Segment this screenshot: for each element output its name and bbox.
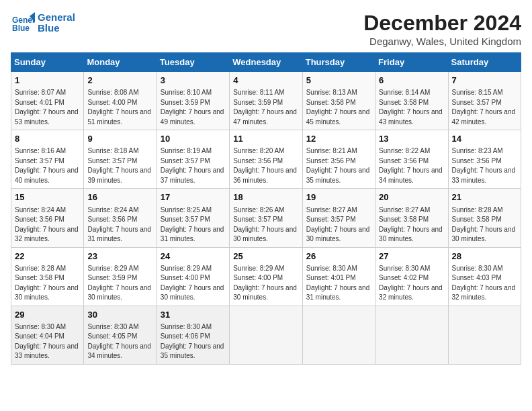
calendar-cell — [302, 306, 375, 364]
cell-info: Sunrise: 8:19 AM Sunset: 3:57 PM Dayligh… — [161, 146, 226, 185]
cell-info: Sunrise: 8:28 AM Sunset: 3:58 PM Dayligh… — [452, 205, 517, 244]
calendar-week-3: 15 Sunrise: 8:24 AM Sunset: 3:56 PM Dayl… — [11, 189, 521, 247]
day-number: 22 — [15, 250, 80, 263]
calendar-cell: 21 Sunrise: 8:28 AM Sunset: 3:58 PM Dayl… — [448, 189, 521, 247]
calendar-cell: 31 Sunrise: 8:30 AM Sunset: 4:06 PM Dayl… — [157, 306, 229, 364]
calendar-cell: 27 Sunrise: 8:30 AM Sunset: 4:02 PM Dayl… — [375, 247, 448, 306]
cell-info: Sunrise: 8:07 AM Sunset: 4:01 PM Dayligh… — [15, 88, 80, 127]
day-number: 19 — [306, 191, 371, 203]
cell-info: Sunrise: 8:08 AM Sunset: 4:00 PM Dayligh… — [87, 88, 152, 127]
page-subtitle: Deganwy, Wales, United Kingdom — [363, 36, 521, 47]
day-number: 28 — [452, 250, 517, 263]
cell-info: Sunrise: 8:23 AM Sunset: 3:56 PM Dayligh… — [452, 146, 517, 185]
day-number: 18 — [233, 191, 298, 203]
cell-info: Sunrise: 8:30 AM Sunset: 4:06 PM Dayligh… — [161, 322, 226, 361]
day-number: 21 — [452, 191, 517, 203]
calendar-cell — [448, 306, 521, 364]
cell-info: Sunrise: 8:15 AM Sunset: 3:57 PM Dayligh… — [452, 88, 517, 127]
cell-info: Sunrise: 8:30 AM Sunset: 4:03 PM Dayligh… — [452, 264, 517, 303]
logo-icon: General Blue — [11, 11, 35, 35]
calendar-cell: 4 Sunrise: 8:11 AM Sunset: 3:59 PM Dayli… — [230, 72, 302, 130]
cell-info: Sunrise: 8:30 AM Sunset: 4:02 PM Dayligh… — [379, 264, 444, 303]
title-block: December 2024 Deganwy, Wales, United Kin… — [363, 11, 521, 47]
calendar-cell: 18 Sunrise: 8:26 AM Sunset: 3:57 PM Dayl… — [230, 189, 302, 247]
day-number: 31 — [161, 309, 226, 321]
calendar-cell: 2 Sunrise: 8:08 AM Sunset: 4:00 PM Dayli… — [84, 72, 157, 130]
day-number: 5 — [306, 75, 371, 87]
header-day-wednesday: Wednesday — [230, 53, 302, 72]
calendar-header-row: SundayMondayTuesdayWednesdayThursdayFrid… — [11, 53, 521, 72]
calendar-week-2: 8 Sunrise: 8:16 AM Sunset: 3:57 PM Dayli… — [11, 130, 521, 189]
day-number: 17 — [161, 191, 226, 203]
day-number: 4 — [233, 75, 298, 87]
cell-info: Sunrise: 8:29 AM Sunset: 4:00 PM Dayligh… — [233, 264, 298, 303]
header-day-tuesday: Tuesday — [157, 53, 229, 72]
calendar-cell: 16 Sunrise: 8:24 AM Sunset: 3:56 PM Dayl… — [84, 189, 157, 247]
page-title: December 2024 — [363, 11, 521, 36]
day-number: 2 — [87, 75, 152, 87]
cell-info: Sunrise: 8:30 AM Sunset: 4:04 PM Dayligh… — [15, 322, 80, 361]
day-number: 10 — [161, 133, 226, 145]
day-number: 8 — [15, 133, 80, 145]
header-day-monday: Monday — [84, 53, 157, 72]
day-number: 23 — [87, 250, 152, 263]
calendar-cell: 23 Sunrise: 8:29 AM Sunset: 3:59 PM Dayl… — [84, 247, 157, 306]
logo-text: General Blue — [38, 12, 75, 34]
header-day-sunday: Sunday — [11, 53, 84, 72]
calendar-cell: 3 Sunrise: 8:10 AM Sunset: 3:59 PM Dayli… — [157, 72, 229, 130]
calendar-cell: 7 Sunrise: 8:15 AM Sunset: 3:57 PM Dayli… — [448, 72, 521, 130]
cell-info: Sunrise: 8:27 AM Sunset: 3:58 PM Dayligh… — [379, 205, 444, 244]
calendar-cell: 28 Sunrise: 8:30 AM Sunset: 4:03 PM Dayl… — [448, 247, 521, 306]
calendar-cell: 1 Sunrise: 8:07 AM Sunset: 4:01 PM Dayli… — [11, 72, 84, 130]
cell-info: Sunrise: 8:27 AM Sunset: 3:57 PM Dayligh… — [306, 205, 371, 244]
cell-info: Sunrise: 8:29 AM Sunset: 4:00 PM Dayligh… — [161, 264, 226, 303]
calendar-cell: 17 Sunrise: 8:25 AM Sunset: 3:57 PM Dayl… — [157, 189, 229, 247]
calendar-cell: 9 Sunrise: 8:18 AM Sunset: 3:57 PM Dayli… — [84, 130, 157, 189]
cell-info: Sunrise: 8:18 AM Sunset: 3:57 PM Dayligh… — [87, 146, 152, 185]
day-number: 3 — [161, 75, 226, 87]
day-number: 6 — [379, 75, 444, 87]
cell-info: Sunrise: 8:11 AM Sunset: 3:59 PM Dayligh… — [233, 88, 298, 127]
page-header: General Blue General Blue December 2024 … — [11, 11, 521, 47]
calendar-week-5: 29 Sunrise: 8:30 AM Sunset: 4:04 PM Dayl… — [11, 306, 521, 364]
day-number: 1 — [15, 75, 80, 87]
header-day-saturday: Saturday — [448, 53, 521, 72]
day-number: 12 — [306, 133, 371, 145]
calendar-cell: 6 Sunrise: 8:14 AM Sunset: 3:58 PM Dayli… — [375, 72, 448, 130]
calendar-cell: 10 Sunrise: 8:19 AM Sunset: 3:57 PM Dayl… — [157, 130, 229, 189]
cell-info: Sunrise: 8:16 AM Sunset: 3:57 PM Dayligh… — [15, 146, 80, 185]
cell-info: Sunrise: 8:24 AM Sunset: 3:56 PM Dayligh… — [15, 205, 80, 244]
calendar-cell: 19 Sunrise: 8:27 AM Sunset: 3:57 PM Dayl… — [302, 189, 375, 247]
calendar-cell — [230, 306, 302, 364]
calendar-cell: 8 Sunrise: 8:16 AM Sunset: 3:57 PM Dayli… — [11, 130, 84, 189]
day-number: 15 — [15, 191, 80, 203]
calendar-cell: 22 Sunrise: 8:28 AM Sunset: 3:58 PM Dayl… — [11, 247, 84, 306]
day-number: 24 — [161, 250, 226, 263]
cell-info: Sunrise: 8:13 AM Sunset: 3:58 PM Dayligh… — [306, 88, 371, 127]
cell-info: Sunrise: 8:22 AM Sunset: 3:56 PM Dayligh… — [379, 146, 444, 185]
calendar-cell: 29 Sunrise: 8:30 AM Sunset: 4:04 PM Dayl… — [11, 306, 84, 364]
day-number: 25 — [233, 250, 298, 263]
cell-info: Sunrise: 8:14 AM Sunset: 3:58 PM Dayligh… — [379, 88, 444, 127]
day-number: 20 — [379, 191, 444, 203]
day-number: 26 — [306, 250, 371, 263]
day-number: 7 — [452, 75, 517, 87]
svg-text:Blue: Blue — [12, 24, 30, 33]
cell-info: Sunrise: 8:20 AM Sunset: 3:56 PM Dayligh… — [233, 146, 298, 185]
calendar-cell: 11 Sunrise: 8:20 AM Sunset: 3:56 PM Dayl… — [230, 130, 302, 189]
calendar-cell: 20 Sunrise: 8:27 AM Sunset: 3:58 PM Dayl… — [375, 189, 448, 247]
calendar-table: SundayMondayTuesdayWednesdayThursdayFrid… — [11, 52, 521, 365]
cell-info: Sunrise: 8:21 AM Sunset: 3:56 PM Dayligh… — [306, 146, 371, 185]
calendar-cell: 26 Sunrise: 8:30 AM Sunset: 4:01 PM Dayl… — [302, 247, 375, 306]
cell-info: Sunrise: 8:30 AM Sunset: 4:01 PM Dayligh… — [306, 264, 371, 303]
day-number: 11 — [233, 133, 298, 145]
calendar-cell: 14 Sunrise: 8:23 AM Sunset: 3:56 PM Dayl… — [448, 130, 521, 189]
header-day-friday: Friday — [375, 53, 448, 72]
day-number: 13 — [379, 133, 444, 145]
calendar-cell: 12 Sunrise: 8:21 AM Sunset: 3:56 PM Dayl… — [302, 130, 375, 189]
cell-info: Sunrise: 8:29 AM Sunset: 3:59 PM Dayligh… — [87, 264, 152, 303]
calendar-cell: 24 Sunrise: 8:29 AM Sunset: 4:00 PM Dayl… — [157, 247, 229, 306]
header-day-thursday: Thursday — [302, 53, 375, 72]
calendar-cell: 25 Sunrise: 8:29 AM Sunset: 4:00 PM Dayl… — [230, 247, 302, 306]
calendar-cell: 13 Sunrise: 8:22 AM Sunset: 3:56 PM Dayl… — [375, 130, 448, 189]
